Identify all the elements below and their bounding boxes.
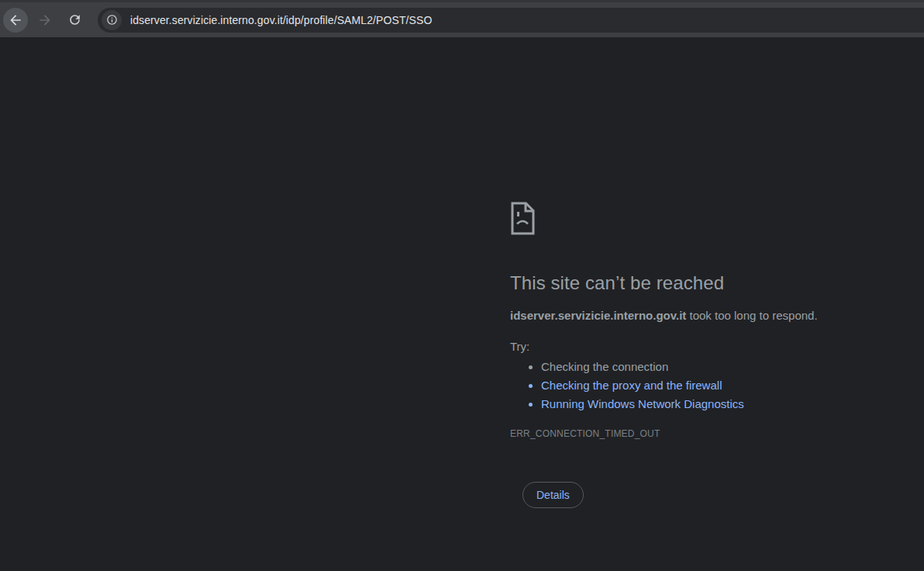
suggestion-list: Checking the connection Checking the pro… xyxy=(510,358,882,414)
site-info-icon[interactable] xyxy=(102,10,122,30)
suggestion-item-connection: Checking the connection xyxy=(541,358,882,376)
forward-button[interactable] xyxy=(33,8,57,33)
error-code: ERR_CONNECTION_TIMED_OUT xyxy=(510,427,882,440)
error-domain: idserver.servizicie.interno.gov.it xyxy=(510,309,686,322)
back-button[interactable] xyxy=(3,8,28,33)
suggestion-label: Checking the connection xyxy=(541,360,668,373)
details-button[interactable]: Details xyxy=(522,482,584,508)
error-summary-text: took too long to respond. xyxy=(686,309,817,322)
suggestion-item-network-diagnostics: Running Windows Network Diagnostics xyxy=(541,395,882,414)
suggestion-link-proxy-firewall[interactable]: Checking the proxy and the firewall xyxy=(541,379,722,392)
back-arrow-icon xyxy=(8,12,23,28)
error-title: This site can’t be reached xyxy=(510,271,882,296)
error-main-frame: This site can’t be reached idserver.serv… xyxy=(510,202,882,508)
forward-arrow-icon xyxy=(37,12,53,28)
reload-button[interactable] xyxy=(62,8,87,33)
reload-icon xyxy=(67,12,82,27)
error-page: This site can’t be reached idserver.serv… xyxy=(0,40,924,571)
sad-file-icon xyxy=(510,202,536,235)
url-text[interactable]: idserver.servizicie.interno.gov.it/idp/p… xyxy=(130,14,432,26)
suggestion-item-proxy-firewall: Checking the proxy and the firewall xyxy=(541,376,882,395)
suggestion-link-network-diagnostics[interactable]: Running Windows Network Diagnostics xyxy=(541,397,744,410)
browser-window: idserver.servizicie.interno.gov.it/idp/p… xyxy=(0,0,924,571)
browser-toolbar: idserver.servizicie.interno.gov.it/idp/p… xyxy=(0,0,924,37)
error-summary: idserver.servizicie.interno.gov.it took … xyxy=(510,308,882,324)
address-bar[interactable]: idserver.servizicie.interno.gov.it/idp/p… xyxy=(98,8,924,33)
try-label: Try: xyxy=(510,339,882,355)
